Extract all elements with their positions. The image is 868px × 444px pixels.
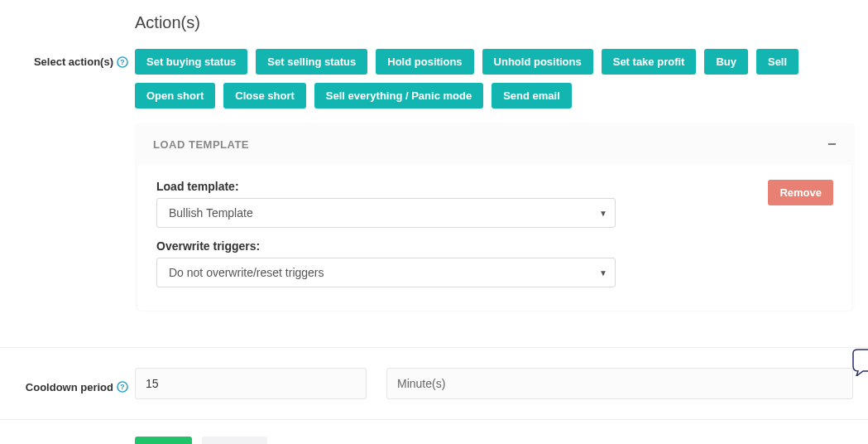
action-set-buying-status[interactable]: Set buying status <box>135 49 247 75</box>
page-heading: Action(s) <box>135 13 853 32</box>
action-buttons-group: Set buying status Set selling status Hol… <box>135 49 855 109</box>
select-actions-label-text: Select action(s) <box>34 56 113 68</box>
action-set-selling-status[interactable]: Set selling status <box>256 49 367 75</box>
minus-icon[interactable]: − <box>827 137 837 152</box>
load-template-panel: LOAD TEMPLATE − Load template: Bullish T… <box>135 123 855 311</box>
action-send-email[interactable]: Send email <box>492 83 572 109</box>
remove-button[interactable]: Remove <box>768 180 833 205</box>
cooldown-label-text: Cooldown period <box>26 381 113 393</box>
cancel-button[interactable]: Cancel <box>202 437 268 444</box>
load-template-header: LOAD TEMPLATE <box>153 138 249 151</box>
action-open-short[interactable]: Open short <box>135 83 215 109</box>
action-hold-positions[interactable]: Hold positions <box>376 49 473 75</box>
help-icon[interactable]: ? <box>117 381 128 393</box>
load-template-label: Load template: <box>156 180 751 193</box>
action-unhold-positions[interactable]: Unhold positions <box>482 49 593 75</box>
help-icon[interactable]: ? <box>117 56 128 68</box>
overwrite-triggers-label: Overwrite triggers: <box>156 239 751 253</box>
cooldown-unit-input[interactable] <box>386 368 853 399</box>
select-actions-label: Select action(s) ? <box>34 49 128 68</box>
action-set-take-profit[interactable]: Set take profit <box>602 49 697 75</box>
action-sell-everything[interactable]: Sell everything / Panic mode <box>314 83 483 109</box>
svg-text:?: ? <box>120 58 124 66</box>
action-buy[interactable]: Buy <box>704 49 748 75</box>
overwrite-triggers-select[interactable]: Do not overwrite/reset triggers <box>156 258 616 287</box>
load-template-select[interactable]: Bullish Template <box>156 198 616 228</box>
save-button[interactable]: Save <box>135 437 192 444</box>
cooldown-value-input[interactable] <box>135 368 367 399</box>
action-close-short[interactable]: Close short <box>223 83 306 109</box>
action-sell[interactable]: Sell <box>756 49 798 75</box>
svg-text:?: ? <box>120 383 124 391</box>
cooldown-label: Cooldown period ? <box>26 374 128 393</box>
